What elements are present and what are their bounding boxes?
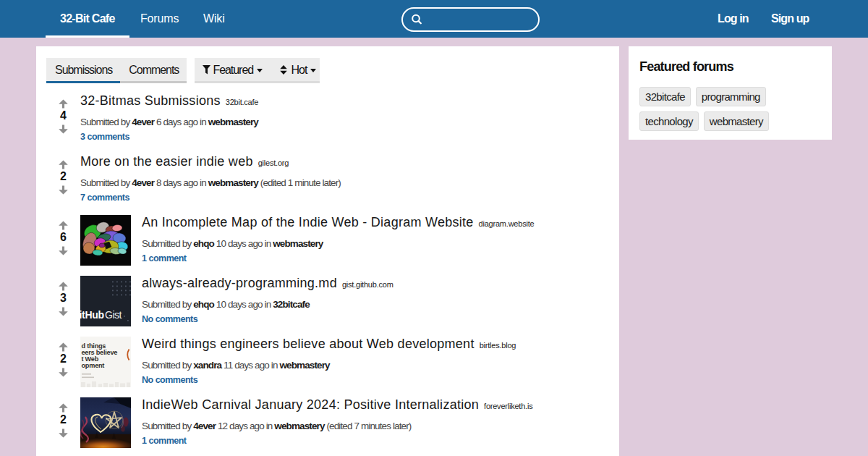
svg-text:Gist: Gist [105, 309, 122, 321]
svg-text:itHub: itHub [80, 309, 104, 321]
svg-text:opment: opment [82, 362, 105, 369]
